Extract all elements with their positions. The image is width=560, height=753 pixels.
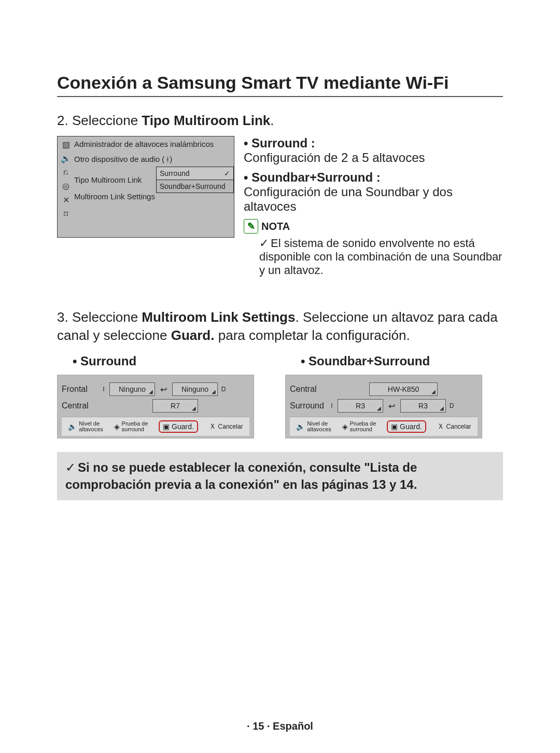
nivel-altavoces-button[interactable]: 🔈 Nivel dealtavoces — [68, 421, 103, 432]
check-icon: ✓ — [224, 169, 230, 177]
support-icon: ⌑ — [64, 209, 68, 219]
nivel-altavoces-button-2[interactable]: 🔈 Nivel dealtavoces — [296, 421, 331, 432]
troubleshoot-note: ✓Si no se puede establecer la conexión, … — [57, 452, 503, 500]
target-icon: ◎ — [62, 181, 69, 191]
cancel-button-2[interactable]: Ｘ Cancelar — [437, 422, 471, 431]
check-icon: ✓ — [259, 237, 269, 250]
config-title-sbsurr: Soundbar+Surround — [301, 354, 482, 368]
channel-d: D — [221, 386, 226, 393]
tv-item-audio-device[interactable]: Otro dispositivo de audio (ᚼ) — [74, 152, 234, 167]
bullet-surround: Surround : Configuración de 2 a 5 altavo… — [244, 136, 503, 165]
central-select[interactable]: R7◢ — [152, 399, 198, 413]
guard-button-2[interactable]: ▣Guard. — [387, 420, 426, 433]
frontal-right-select[interactable]: Ninguno◢ — [172, 382, 218, 396]
speaker-level-icon: 🔈 — [296, 422, 305, 431]
step-2: 2. Seleccione Tipo Multiroom Link. — [57, 113, 503, 129]
label-surround-sb: Surround — [290, 401, 326, 410]
config-panel-sbsurr: Central HW-K850◢ Surround I R3◢ ↩ R3◢ D … — [285, 375, 482, 439]
nota-body: ✓El sistema de sonido envolvente no está… — [259, 237, 503, 277]
config-title-surround: Surround — [73, 354, 254, 368]
title-underline — [57, 96, 503, 97]
central-sb-select[interactable]: HW-K850◢ — [369, 382, 438, 396]
multiroom-type-dropdown[interactable]: Surround ✓ — [156, 167, 234, 180]
frontal-left-select[interactable]: Ninguno◢ — [109, 382, 155, 396]
cancel-button[interactable]: Ｘ Cancelar — [209, 422, 243, 431]
guard-button[interactable]: ▣Guard. — [159, 420, 198, 433]
bullet-soundbar-surround: Soundbar+Surround : Configuración de una… — [244, 170, 503, 214]
surround-left-select[interactable]: R3◢ — [338, 399, 383, 413]
multiroom-type-option[interactable]: Soundbar+Surround — [156, 180, 234, 193]
config-panel-surround: Frontal I Ninguno◢ ↩ Ninguno◢ D Central … — [57, 375, 254, 439]
tools-icon: ✕ — [63, 195, 69, 205]
channel-i: I — [101, 386, 106, 393]
save-icon: ▣ — [163, 422, 170, 431]
swap-icon-sb[interactable]: ↩ — [388, 401, 395, 411]
page-title: Conexión a Samsung Smart TV mediante Wi-… — [57, 73, 503, 93]
tv-item-admin[interactable]: Administrador de altavoces inalámbricos — [74, 136, 234, 152]
prueba-surround-button[interactable]: ◈ Prueba desurround — [114, 421, 148, 432]
cancel-icon: Ｘ — [437, 422, 444, 431]
channel-i-sb: I — [329, 402, 334, 409]
save-icon: ▣ — [391, 422, 398, 431]
page-footer: · 15 · Español — [0, 720, 560, 732]
prueba-surround-button-2[interactable]: ◈ Prueba desurround — [342, 421, 376, 432]
tv-item-mlsettings[interactable]: Multiroom Link Settings — [74, 192, 155, 201]
cancel-icon: Ｘ — [209, 422, 216, 431]
surround-right-select[interactable]: R3◢ — [400, 399, 446, 413]
label-frontal: Frontal — [62, 385, 98, 394]
swap-icon[interactable]: ↩ — [160, 385, 167, 394]
tv-item-tipo[interactable]: Tipo Multiroom Link — [74, 175, 142, 184]
speaker-level-icon: 🔈 — [68, 422, 77, 431]
tv-settings-panel: ▧ 🔈 ⎌ ◎ ✕ ⌑ Administrador de altavoces i… — [57, 136, 234, 238]
picture-icon: ▧ — [62, 140, 70, 149]
nota-label: ✎ NOTA — [244, 219, 503, 234]
speaker-icon: 🔈 — [61, 154, 71, 163]
surround-test-icon: ◈ — [342, 422, 348, 431]
channel-d-sb: D — [449, 402, 454, 409]
network-icon: ⎌ — [63, 168, 68, 177]
check-icon: ✓ — [65, 460, 76, 474]
tv-side-icons: ▧ 🔈 ⎌ ◎ ✕ ⌑ — [58, 136, 74, 237]
step-3: 3. Seleccione Multiroom Link Settings. S… — [57, 308, 503, 345]
note-icon: ✎ — [244, 219, 258, 234]
label-central-sb: Central — [290, 385, 326, 394]
label-central: Central — [62, 401, 98, 410]
surround-test-icon: ◈ — [114, 422, 120, 431]
